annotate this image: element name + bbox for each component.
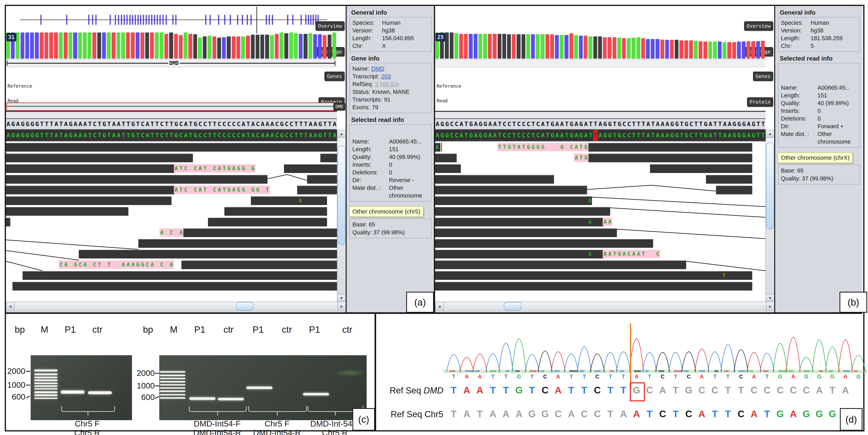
read-bar[interactable] xyxy=(435,175,554,184)
scroll-left-button[interactable]: ◄ xyxy=(435,302,444,311)
info-row-label: Length: xyxy=(352,34,382,42)
scroll-left-button[interactable]: ◄ xyxy=(6,302,14,311)
info-row: Length:156.040.895 xyxy=(352,34,429,42)
read-bar[interactable] xyxy=(6,186,175,194)
read-bar[interactable] xyxy=(6,196,172,205)
read-bar[interactable] xyxy=(6,143,337,152)
read-row xyxy=(6,154,337,162)
base-call-letter: T xyxy=(726,374,730,380)
horizontal-scroll-thumb[interactable] xyxy=(236,302,254,311)
scroll-up-button[interactable]: ▲ xyxy=(337,130,346,138)
coverage-bar xyxy=(284,33,288,59)
tab-overview[interactable]: Overview xyxy=(744,21,773,31)
read-bar[interactable] xyxy=(435,239,653,248)
tab-protein[interactable]: Protein xyxy=(747,97,773,107)
read-bar[interactable] xyxy=(224,207,327,216)
coverage-bar xyxy=(213,36,216,59)
read-bar[interactable] xyxy=(320,154,337,162)
primer-pair-label: Chr5 F xyxy=(265,419,289,429)
info-row-value[interactable]: 203 xyxy=(381,73,429,80)
read-bar[interactable] xyxy=(435,250,604,258)
scroll-down-button[interactable]: ▼ xyxy=(766,294,774,302)
read-bar[interactable] xyxy=(297,186,337,194)
tab-dmd-annotation[interactable]: DMD xyxy=(333,103,345,111)
lane-group-brace-tick xyxy=(277,411,278,415)
primer-pair-label: DMD-Int54-R xyxy=(193,428,241,435)
info-row-value: 91 xyxy=(384,96,429,103)
read-row xyxy=(435,207,766,215)
coverage-bar xyxy=(198,38,202,59)
tab-genes[interactable]: Genes xyxy=(324,72,344,81)
read-row xyxy=(435,175,766,183)
horizontal-scroll-thumb[interactable] xyxy=(504,302,522,311)
info-row-label: Species: xyxy=(781,19,811,27)
read-bar[interactable] xyxy=(23,271,337,280)
coverage-bar xyxy=(703,41,707,59)
overview-cursor xyxy=(256,7,257,33)
scroll-down-button[interactable]: ▼ xyxy=(337,294,346,302)
info-row-value: 40 (99.99%) xyxy=(389,153,429,161)
coverage-bar xyxy=(608,37,611,59)
base-call-letter: G xyxy=(804,374,808,380)
coverage-bar xyxy=(332,32,336,59)
coverage-bar xyxy=(49,32,53,59)
read-bar[interactable] xyxy=(435,164,461,173)
read-bar[interactable] xyxy=(6,154,193,162)
coverage-bar xyxy=(569,33,573,59)
info-row-value: 0 xyxy=(817,115,857,123)
tab-genes[interactable]: Genes xyxy=(753,72,773,81)
read-bar[interactable] xyxy=(650,164,752,173)
overview-exon-tick xyxy=(135,15,136,25)
lane-group-brace-tick xyxy=(88,411,88,415)
base-call-letter: T xyxy=(713,374,717,380)
panel-label-b: (b) xyxy=(839,292,867,313)
read-bar[interactable] xyxy=(12,282,337,290)
vertical-scroll-thumb[interactable] xyxy=(766,143,774,229)
coverage-bar xyxy=(97,32,101,59)
read-bar[interactable] xyxy=(435,218,604,226)
read-bar[interactable] xyxy=(251,196,327,205)
scroll-up-button[interactable]: ▲ xyxy=(766,130,774,138)
coverage-bar xyxy=(751,41,755,59)
coverage-bar xyxy=(651,39,654,59)
info-section-box: Name:A00665:45:..Length:151Quality:40 (9… xyxy=(350,124,432,201)
read-bar[interactable] xyxy=(435,282,752,290)
read-bar[interactable] xyxy=(588,154,752,162)
coverage-bar xyxy=(660,39,664,59)
coverage-bar xyxy=(294,33,298,59)
info-row-value: Other chromosome xyxy=(389,184,429,199)
info-row: Quality: 37 (99.98%) xyxy=(781,175,857,183)
info-row-value[interactable]: DMD xyxy=(371,65,429,73)
scroll-right-button[interactable]: ► xyxy=(766,302,774,311)
horizontal-scrollbar[interactable] xyxy=(435,302,774,311)
read-mismatch-letter: T xyxy=(722,272,725,278)
overview-exon-tick xyxy=(163,15,163,25)
read-bar[interactable] xyxy=(6,218,10,226)
read-bar[interactable] xyxy=(183,228,337,237)
tab-overview[interactable]: Overview xyxy=(316,21,344,31)
read-bar[interactable] xyxy=(6,164,175,173)
read-bar[interactable] xyxy=(6,207,128,216)
info-row-value[interactable]: 2 NM IDs xyxy=(375,80,429,88)
read-mismatch-letter: G xyxy=(299,197,302,204)
refseq-dmd-base: G xyxy=(685,385,692,396)
read-bar[interactable] xyxy=(284,164,337,173)
read-bar[interactable] xyxy=(435,271,752,280)
coverage-bar xyxy=(469,34,472,59)
gel-lane-label: M xyxy=(41,324,48,335)
horizontal-scrollbar[interactable] xyxy=(6,302,346,311)
refseq-chr5-base: G xyxy=(776,408,784,420)
vertical-scroll-thumb[interactable] xyxy=(338,146,345,245)
coverage-bar xyxy=(275,34,279,59)
gel-band xyxy=(160,397,185,399)
info-row-label: Version: xyxy=(352,27,382,34)
read-bar[interactable] xyxy=(588,143,752,152)
read-bar[interactable] xyxy=(208,218,327,226)
overview-exon-tick xyxy=(269,15,270,25)
refseq-chr5-base: A xyxy=(790,408,797,420)
info-row-label: Name: xyxy=(352,138,389,146)
read-bar[interactable] xyxy=(435,154,457,162)
scroll-right-button[interactable]: ► xyxy=(337,302,346,311)
bp-marker-label: 1000 xyxy=(2,380,25,390)
read-bar[interactable] xyxy=(706,175,752,184)
